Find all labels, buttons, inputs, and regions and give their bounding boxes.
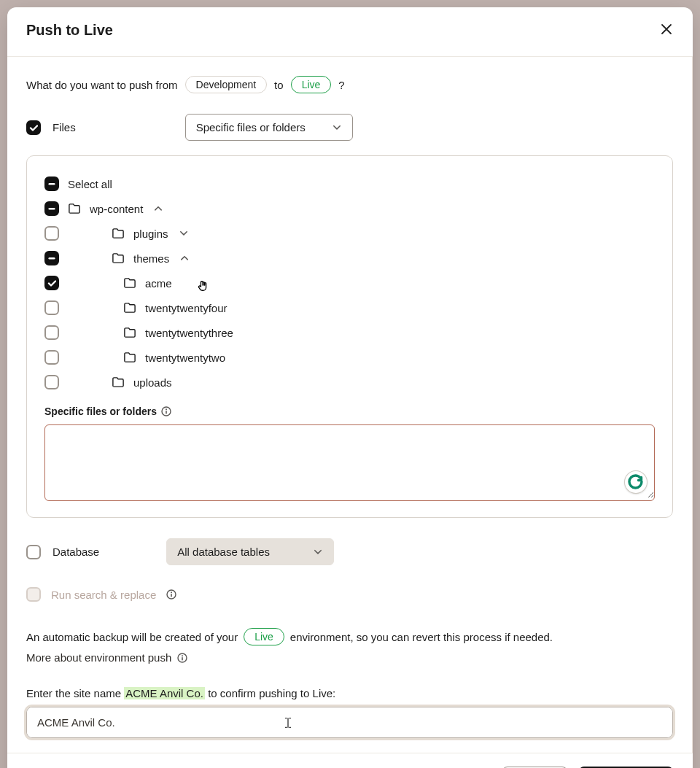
folder-icon <box>123 276 136 290</box>
backup-link[interactable]: More about environment push <box>26 651 171 664</box>
push-to-live-modal: Push to Live What do you want to push fr… <box>7 7 693 768</box>
indeterminate-icon <box>47 204 56 213</box>
tree-node-twentytwentytwo[interactable]: twentytwentytwo <box>44 347 655 368</box>
folder-icon <box>112 227 125 240</box>
pointer-cursor-icon <box>198 280 209 292</box>
modal-body[interactable]: What do you want to push from Developmen… <box>7 57 693 753</box>
info-icon[interactable] <box>166 589 176 600</box>
node-checkbox[interactable] <box>44 276 59 290</box>
grammarly-icon[interactable] <box>625 471 647 493</box>
backup-suffix: environment, so you can revert this proc… <box>290 631 553 643</box>
backup-prefix: An automatic backup will be created of y… <box>26 631 238 643</box>
tree-node-plugins[interactable]: plugins <box>44 223 655 244</box>
folder-icon <box>112 252 125 265</box>
close-button[interactable] <box>658 20 675 40</box>
chevron-up-icon[interactable] <box>179 253 190 263</box>
specific-files-textarea[interactable] <box>45 425 654 498</box>
node-checkbox[interactable] <box>44 201 59 216</box>
node-label: acme <box>145 277 172 290</box>
confirm-input-wrap <box>26 707 673 738</box>
info-icon[interactable] <box>177 653 187 663</box>
node-label: twentytwentyfour <box>145 302 228 314</box>
tree-node-twentytwentythree[interactable]: twentytwentythree <box>44 322 655 343</box>
env-to-pill: Live <box>291 76 332 93</box>
node-label: wp-content <box>90 203 143 215</box>
files-select-value: Specific files or folders <box>196 121 306 133</box>
folder-icon <box>123 326 136 339</box>
folder-icon <box>112 376 125 389</box>
check-icon <box>47 279 56 287</box>
files-select[interactable]: Specific files or folders <box>185 114 353 141</box>
folder-icon <box>123 351 136 364</box>
node-checkbox[interactable] <box>44 325 59 340</box>
modal-footer: Cancel Push to Live <box>7 753 693 768</box>
chevron-down-icon <box>313 547 323 557</box>
database-select-value: All database tables <box>177 546 270 558</box>
chevron-down-icon <box>332 123 342 133</box>
specific-files-label: Specific files or folders <box>44 406 655 417</box>
node-checkbox[interactable] <box>44 226 59 241</box>
node-label: themes <box>133 252 169 265</box>
search-replace-label: Run search & replace <box>51 589 156 601</box>
modal-header: Push to Live <box>7 7 693 57</box>
indeterminate-icon <box>47 254 56 263</box>
confirm-label: Enter the site name ACME Anvil Co. to co… <box>26 687 673 699</box>
files-checkbox[interactable] <box>26 120 41 135</box>
question-row: What do you want to push from Developmen… <box>26 76 673 93</box>
tree-node-wp-content[interactable]: wp-content <box>44 198 655 219</box>
close-icon <box>661 23 672 35</box>
specific-files-textarea-wrap <box>44 424 655 501</box>
node-checkbox[interactable] <box>44 251 59 265</box>
backup-info-row: An automatic backup will be created of y… <box>26 628 673 664</box>
node-label: twentytwentythree <box>145 327 233 339</box>
search-replace-row: Run search & replace <box>26 587 673 602</box>
files-section-row: Files Specific files or folders <box>26 114 673 141</box>
node-checkbox[interactable] <box>44 300 59 315</box>
modal-title: Push to Live <box>26 22 113 39</box>
tree-node-twentytwentyfour[interactable]: twentytwentyfour <box>44 298 655 318</box>
backup-env-pill: Live <box>244 628 284 645</box>
select-all-checkbox[interactable] <box>44 177 59 191</box>
tree-node-themes[interactable]: themes <box>44 248 655 268</box>
files-label: Files <box>52 121 76 133</box>
node-checkbox[interactable] <box>44 375 59 389</box>
env-from-pill: Development <box>185 76 268 93</box>
database-label: Database <box>52 546 99 558</box>
file-tree-panel: Select all wp-content plugins <box>26 155 673 518</box>
database-select[interactable]: All database tables <box>166 538 334 565</box>
question-to: to <box>274 79 284 91</box>
node-label: plugins <box>133 228 168 240</box>
folder-icon <box>123 301 136 314</box>
chevron-up-icon[interactable] <box>153 203 163 214</box>
confirm-site-name: ACME Anvil Co. <box>124 687 205 699</box>
database-checkbox[interactable] <box>26 545 41 559</box>
info-icon[interactable] <box>161 406 171 416</box>
check-icon <box>29 123 38 132</box>
indeterminate-icon <box>47 179 56 188</box>
search-replace-checkbox <box>26 587 41 602</box>
question-suffix: ? <box>338 79 344 91</box>
tree-node-uploads[interactable]: uploads <box>44 372 655 392</box>
confirm-input[interactable] <box>27 707 672 737</box>
select-all-label: Select all <box>68 178 112 190</box>
tree-node-acme[interactable]: acme <box>44 273 655 293</box>
node-label: twentytwentytwo <box>145 352 225 364</box>
node-label: uploads <box>133 376 172 389</box>
question-prefix: What do you want to push from <box>26 79 178 91</box>
node-checkbox[interactable] <box>44 350 59 365</box>
chevron-down-icon[interactable] <box>179 228 189 238</box>
folder-icon <box>68 202 81 215</box>
database-section-row: Database All database tables <box>26 538 673 565</box>
tree-select-all[interactable]: Select all <box>44 174 655 194</box>
